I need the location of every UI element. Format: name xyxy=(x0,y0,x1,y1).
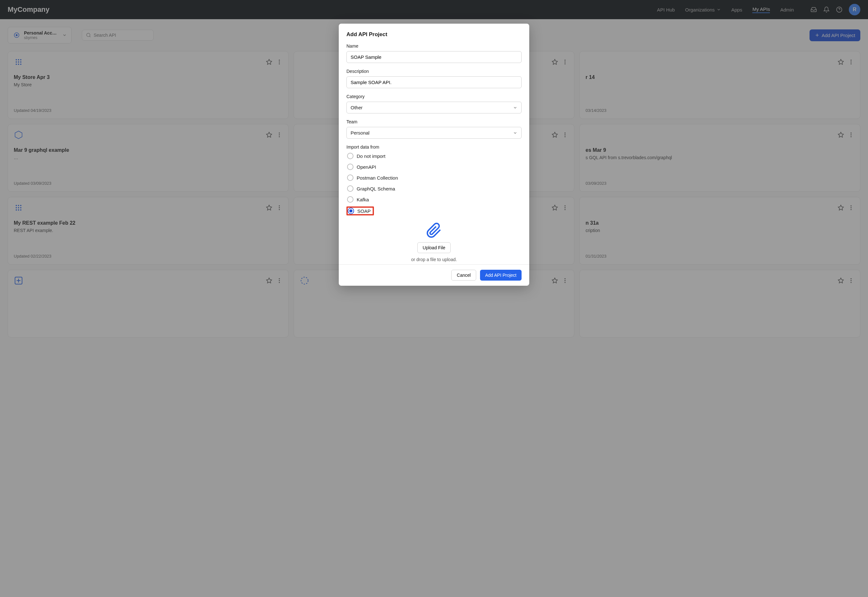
submit-button[interactable]: Add API Project xyxy=(480,270,522,281)
team-label: Team xyxy=(346,119,522,124)
category-select[interactable]: Other xyxy=(346,102,522,113)
team-value: Personal xyxy=(350,130,369,135)
radio-label: OpenAPI xyxy=(357,164,376,170)
category-value: Other xyxy=(350,105,363,110)
import-option-openapi[interactable]: OpenAPI xyxy=(346,163,522,171)
radio-label: Kafka xyxy=(357,197,369,202)
modal-title: Add API Project xyxy=(346,31,522,38)
radio-icon xyxy=(347,186,353,192)
radio-label: GraphQL Schema xyxy=(357,186,395,192)
radio-label: Postman Collection xyxy=(357,175,398,181)
radio-icon xyxy=(348,208,354,214)
modal-overlay: Add API Project Name Description Categor… xyxy=(0,0,868,597)
import-option-soap[interactable]: SOAP xyxy=(346,206,374,215)
modal-body: Add API Project Name Description Categor… xyxy=(339,24,529,264)
radio-icon xyxy=(347,153,353,159)
add-api-project-modal: Add API Project Name Description Categor… xyxy=(339,24,529,286)
upload-file-button[interactable]: Upload File xyxy=(417,242,451,253)
import-option-do-not-import[interactable]: Do not import xyxy=(346,152,522,160)
name-input[interactable] xyxy=(346,51,522,63)
modal-footer: Cancel Add API Project xyxy=(339,264,529,286)
import-label: Import data from xyxy=(346,144,522,150)
radio-icon xyxy=(347,196,353,203)
import-option-kafka[interactable]: Kafka xyxy=(346,196,522,203)
radio-label: Do not import xyxy=(357,153,386,159)
import-radio-group: Do not import OpenAPI Postman Collection… xyxy=(346,152,522,215)
cancel-button[interactable]: Cancel xyxy=(451,270,476,281)
import-option-postman-collection[interactable]: Postman Collection xyxy=(346,174,522,181)
import-option-graphql-schema[interactable]: GraphQL Schema xyxy=(346,185,522,192)
name-label: Name xyxy=(346,43,522,49)
chevron-down-icon xyxy=(513,131,518,135)
team-select[interactable]: Personal xyxy=(346,127,522,139)
upload-hint: or drop a file to upload. xyxy=(411,257,457,262)
radio-icon xyxy=(347,163,353,170)
upload-area: Upload File or drop a file to upload. xyxy=(346,221,522,264)
chevron-down-icon xyxy=(513,105,518,110)
radio-label: SOAP xyxy=(357,208,371,214)
description-input[interactable] xyxy=(346,76,522,88)
description-label: Description xyxy=(346,69,522,74)
radio-icon xyxy=(347,174,353,181)
paperclip-icon xyxy=(426,223,442,238)
category-label: Category xyxy=(346,94,522,99)
